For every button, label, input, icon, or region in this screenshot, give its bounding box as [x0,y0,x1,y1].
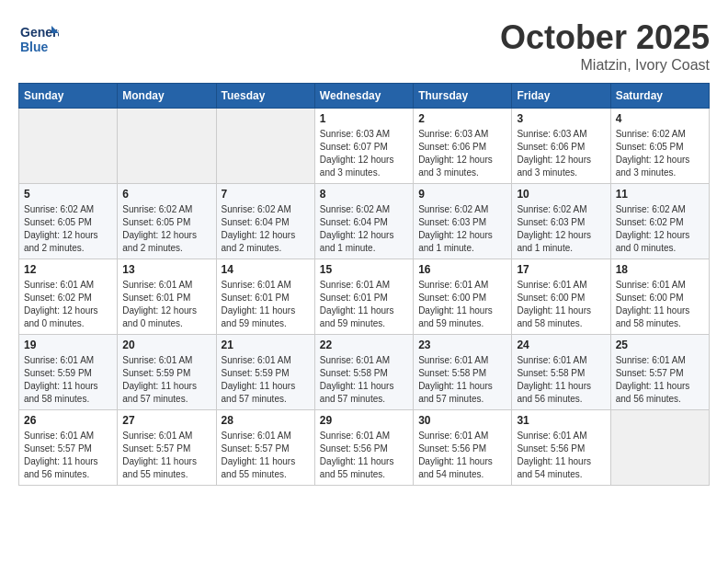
day-info: Sunrise: 6:02 AM Sunset: 6:05 PM Dayligh… [616,128,704,179]
calendar-cell: 20Sunrise: 6:01 AM Sunset: 5:59 PM Dayli… [118,335,216,410]
calendar-cell: 17Sunrise: 6:01 AM Sunset: 6:00 PM Dayli… [512,259,610,335]
day-info: Sunrise: 6:02 AM Sunset: 6:04 PM Dayligh… [222,203,310,255]
day-info: Sunrise: 6:01 AM Sunset: 5:58 PM Dayligh… [517,354,605,406]
calendar-cell: 14Sunrise: 6:01 AM Sunset: 6:01 PM Dayli… [216,259,314,335]
day-number: 26 [24,414,112,427]
day-number: 31 [517,414,605,427]
month-title: October 2025 [500,18,710,57]
day-number: 24 [517,339,605,351]
day-number: 8 [320,188,408,201]
calendar-cell: 4Sunrise: 6:02 AM Sunset: 6:05 PM Daylig… [610,109,709,184]
day-info: Sunrise: 6:01 AM Sunset: 6:01 PM Dayligh… [320,279,408,330]
day-info: Sunrise: 6:01 AM Sunset: 6:00 PM Dayligh… [517,279,605,330]
day-number: 18 [616,263,704,276]
calendar-cell: 28Sunrise: 6:01 AM Sunset: 5:57 PM Dayli… [216,410,314,486]
day-number: 3 [517,112,605,125]
calendar-header-row: SundayMondayTuesdayWednesdayThursdayFrid… [19,84,710,109]
day-info: Sunrise: 6:02 AM Sunset: 6:05 PM Dayligh… [24,203,112,255]
day-info: Sunrise: 6:02 AM Sunset: 6:02 PM Dayligh… [616,203,704,255]
day-number: 9 [418,188,506,201]
calendar-cell: 15Sunrise: 6:01 AM Sunset: 6:01 PM Dayli… [314,259,413,335]
column-header-wednesday: Wednesday [314,84,413,109]
calendar-table: SundayMondayTuesdayWednesdayThursdayFrid… [18,83,710,486]
column-header-monday: Monday [118,84,216,109]
day-number: 5 [24,188,112,201]
calendar-cell: 2Sunrise: 6:03 AM Sunset: 6:06 PM Daylig… [414,109,512,184]
day-info: Sunrise: 6:01 AM Sunset: 6:00 PM Dayligh… [616,279,704,330]
day-info: Sunrise: 6:01 AM Sunset: 5:56 PM Dayligh… [517,430,605,481]
day-number: 11 [616,188,704,201]
day-info: Sunrise: 6:01 AM Sunset: 5:59 PM Dayligh… [122,354,210,406]
column-header-sunday: Sunday [19,84,118,109]
calendar-cell: 27Sunrise: 6:01 AM Sunset: 5:57 PM Dayli… [118,410,216,486]
calendar-cell: 6Sunrise: 6:02 AM Sunset: 6:05 PM Daylig… [118,184,216,259]
day-number: 29 [320,414,408,427]
calendar-cell: 9Sunrise: 6:02 AM Sunset: 6:03 PM Daylig… [414,184,512,259]
title-block: October 2025 Miatzin, Ivory Coast [500,18,710,74]
day-number: 23 [418,339,506,351]
calendar-cell: 7Sunrise: 6:02 AM Sunset: 6:04 PM Daylig… [216,184,314,259]
calendar-cell: 22Sunrise: 6:01 AM Sunset: 5:58 PM Dayli… [314,335,413,410]
day-info: Sunrise: 6:01 AM Sunset: 5:57 PM Dayligh… [24,430,112,481]
column-header-tuesday: Tuesday [216,84,314,109]
day-info: Sunrise: 6:01 AM Sunset: 5:59 PM Dayligh… [24,354,112,406]
calendar-cell: 24Sunrise: 6:01 AM Sunset: 5:58 PM Dayli… [512,335,610,410]
day-info: Sunrise: 6:02 AM Sunset: 6:03 PM Dayligh… [517,203,605,255]
calendar-cell: 21Sunrise: 6:01 AM Sunset: 5:59 PM Dayli… [216,335,314,410]
day-info: Sunrise: 6:02 AM Sunset: 6:04 PM Dayligh… [320,203,408,255]
day-number: 30 [418,414,506,427]
day-number: 20 [122,339,210,351]
day-number: 25 [616,339,704,351]
day-info: Sunrise: 6:02 AM Sunset: 6:03 PM Dayligh… [418,203,506,255]
day-info: Sunrise: 6:01 AM Sunset: 5:56 PM Dayligh… [418,430,506,481]
day-info: Sunrise: 6:01 AM Sunset: 5:58 PM Dayligh… [418,354,506,406]
day-info: Sunrise: 6:01 AM Sunset: 5:58 PM Dayligh… [320,354,408,406]
day-number: 4 [616,112,704,125]
day-info: Sunrise: 6:01 AM Sunset: 6:01 PM Dayligh… [222,279,310,330]
day-number: 6 [122,188,210,201]
day-info: Sunrise: 6:03 AM Sunset: 6:06 PM Dayligh… [517,128,605,179]
day-number: 2 [418,112,506,125]
calendar-cell: 25Sunrise: 6:01 AM Sunset: 5:57 PM Dayli… [610,335,709,410]
day-number: 1 [320,112,408,125]
day-info: Sunrise: 6:01 AM Sunset: 5:56 PM Dayligh… [320,430,408,481]
calendar-cell: 16Sunrise: 6:01 AM Sunset: 6:00 PM Dayli… [414,259,512,335]
day-number: 15 [320,263,408,276]
calendar-cell: 30Sunrise: 6:01 AM Sunset: 5:56 PM Dayli… [414,410,512,486]
column-header-thursday: Thursday [414,84,512,109]
calendar-cell: 5Sunrise: 6:02 AM Sunset: 6:05 PM Daylig… [19,184,118,259]
day-number: 19 [24,339,112,351]
calendar-cell: 18Sunrise: 6:01 AM Sunset: 6:00 PM Dayli… [610,259,709,335]
day-number: 13 [122,263,210,276]
day-number: 28 [222,414,310,427]
location: Miatzin, Ivory Coast [500,57,710,74]
calendar-cell: 12Sunrise: 6:01 AM Sunset: 6:02 PM Dayli… [19,259,118,335]
day-info: Sunrise: 6:01 AM Sunset: 5:57 PM Dayligh… [616,354,704,406]
column-header-saturday: Saturday [610,84,709,109]
calendar-week-row: 26Sunrise: 6:01 AM Sunset: 5:57 PM Dayli… [19,410,710,486]
calendar-cell: 8Sunrise: 6:02 AM Sunset: 6:04 PM Daylig… [314,184,413,259]
day-number: 17 [517,263,605,276]
calendar-cell [19,109,118,184]
calendar-week-row: 1Sunrise: 6:03 AM Sunset: 6:07 PM Daylig… [19,109,710,184]
page-header: General Blue October 2025 Miatzin, Ivory… [18,18,710,74]
calendar-cell: 10Sunrise: 6:02 AM Sunset: 6:03 PM Dayli… [512,184,610,259]
calendar-cell [216,109,314,184]
calendar-week-row: 12Sunrise: 6:01 AM Sunset: 6:02 PM Dayli… [19,259,710,335]
calendar-week-row: 19Sunrise: 6:01 AM Sunset: 5:59 PM Dayli… [19,335,710,410]
calendar-cell: 1Sunrise: 6:03 AM Sunset: 6:07 PM Daylig… [314,109,413,184]
day-info: Sunrise: 6:01 AM Sunset: 6:01 PM Dayligh… [122,279,210,330]
day-number: 10 [517,188,605,201]
day-info: Sunrise: 6:01 AM Sunset: 6:02 PM Dayligh… [24,279,112,330]
calendar-cell: 3Sunrise: 6:03 AM Sunset: 6:06 PM Daylig… [512,109,610,184]
calendar-cell: 31Sunrise: 6:01 AM Sunset: 5:56 PM Dayli… [512,410,610,486]
calendar-cell: 19Sunrise: 6:01 AM Sunset: 5:59 PM Dayli… [19,335,118,410]
calendar-cell: 13Sunrise: 6:01 AM Sunset: 6:01 PM Dayli… [118,259,216,335]
logo-icon: General Blue [18,18,55,55]
calendar-cell [118,109,216,184]
day-number: 21 [222,339,310,351]
day-number: 14 [222,263,310,276]
calendar-cell: 29Sunrise: 6:01 AM Sunset: 5:56 PM Dayli… [314,410,413,486]
calendar-cell [610,410,709,486]
day-number: 12 [24,263,112,276]
